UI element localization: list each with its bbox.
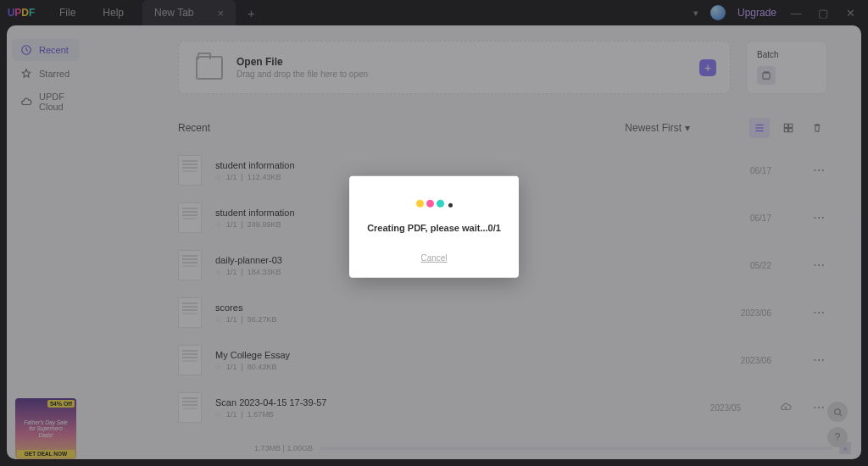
modal-message: Creating PDF, please wait...0/1 xyxy=(363,223,505,233)
creating-pdf-modal: Creating PDF, please wait...0/1 Cancel xyxy=(349,176,519,278)
cancel-button[interactable]: Cancel xyxy=(363,253,505,263)
spinner-icon xyxy=(363,200,505,208)
